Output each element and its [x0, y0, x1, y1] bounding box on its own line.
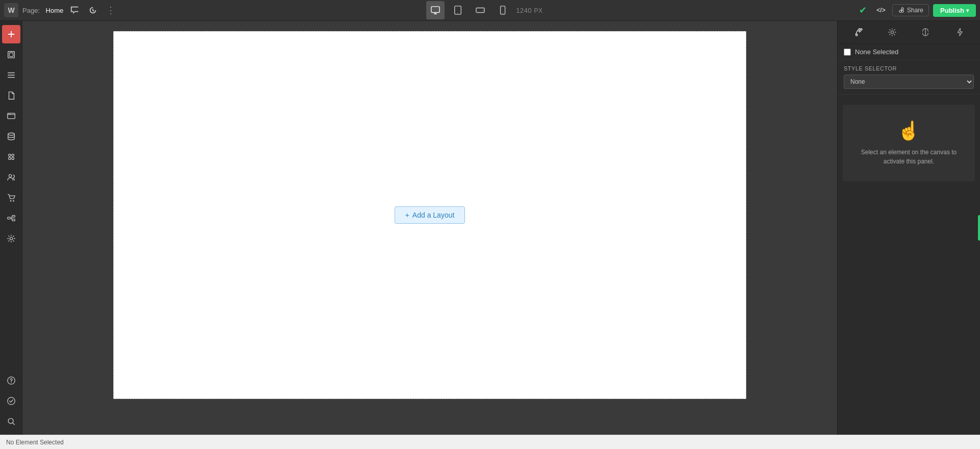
svg-point-25	[11, 382, 11, 383]
pages-btn[interactable]	[2, 86, 20, 105]
svg-point-14	[11, 154, 14, 157]
svg-point-26	[7, 397, 14, 405]
page-label: Page: Home	[22, 7, 63, 14]
style-selector-label: Style selector	[844, 65, 974, 72]
svg-rect-22	[12, 219, 14, 221]
left-sidebar	[0, 21, 22, 435]
topbar-more-dots[interactable]: ⋮	[104, 5, 117, 16]
right-sidebar: None Selected Style selector None ☝ Sele…	[837, 21, 980, 435]
landscape-device-btn[interactable]	[471, 1, 489, 19]
desktop-device-btn[interactable]	[426, 1, 445, 19]
svg-point-16	[11, 157, 14, 160]
svg-point-11	[10, 113, 10, 114]
none-selected-checkbox[interactable]	[844, 49, 851, 56]
status-bar: No Element Selected	[0, 435, 980, 449]
site-settings-btn[interactable]	[2, 229, 20, 248]
svg-point-2	[457, 13, 458, 13]
lightning-tab-btn[interactable]	[950, 24, 968, 40]
svg-point-12	[8, 133, 14, 135]
canvas-frame[interactable]: + Add a Layout	[113, 31, 746, 399]
add-element-btn[interactable]	[2, 25, 20, 43]
svg-point-18	[10, 200, 11, 202]
topbar-center: 1240 PX	[426, 1, 543, 19]
style-selector-dropdown[interactable]: None	[844, 75, 974, 89]
svg-point-15	[8, 157, 11, 160]
logo: W	[4, 3, 18, 17]
activate-text: Select an element on the canvas to activ…	[853, 148, 965, 166]
search-btn[interactable]	[2, 412, 20, 431]
style-tab-btn[interactable]	[849, 24, 868, 40]
right-sidebar-tabs	[838, 21, 980, 44]
ecommerce-btn[interactable]	[2, 188, 20, 207]
svg-point-10	[8, 113, 9, 114]
svg-point-28	[891, 31, 893, 33]
apps-btn[interactable]	[2, 148, 20, 166]
main-area: + Add a Layout None Selected Sty	[0, 21, 980, 435]
hand-pointer-icon: ☝	[897, 120, 920, 141]
green-check-btn[interactable]: ✔	[855, 3, 870, 17]
svg-rect-7	[8, 52, 14, 58]
publish-label: Publish	[940, 7, 964, 14]
interactions-tab-btn[interactable]	[916, 24, 935, 40]
settings-tab-btn[interactable]	[883, 24, 901, 40]
menu-btn[interactable]	[2, 66, 20, 84]
svg-point-23	[10, 237, 12, 240]
svg-rect-20	[7, 217, 10, 219]
sidebar-bottom	[2, 371, 20, 431]
add-layout-btn[interactable]: + Add a Layout	[395, 206, 465, 224]
svg-rect-8	[9, 53, 13, 56]
help-btn[interactable]	[2, 371, 20, 390]
chat-btn[interactable]	[67, 3, 82, 17]
activate-panel: ☝ Select an element on the canvas to act…	[843, 105, 975, 181]
share-btn[interactable]: Share	[892, 4, 929, 16]
users-btn[interactable]	[2, 168, 20, 186]
add-layout-plus-icon: +	[405, 211, 409, 219]
svg-rect-0	[431, 7, 439, 13]
stack-btn[interactable]	[2, 127, 20, 146]
svg-point-17	[9, 175, 11, 177]
svg-point-13	[8, 154, 11, 157]
canvas-area[interactable]: + Add a Layout	[22, 21, 837, 435]
svg-point-6	[502, 13, 503, 13]
tasks-btn[interactable]	[2, 392, 20, 410]
svg-point-19	[13, 200, 14, 202]
mobile-device-btn[interactable]	[494, 1, 512, 19]
style-selector-section: Style selector None	[838, 60, 980, 94]
none-selected-label: None Selected	[855, 48, 898, 56]
integrations-btn[interactable]	[2, 209, 20, 227]
code-editor-btn[interactable]: </>	[874, 3, 888, 17]
add-layout-label: Add a Layout	[412, 211, 455, 219]
green-side-tab[interactable]	[978, 215, 980, 241]
svg-point-4	[483, 10, 483, 10]
svg-rect-21	[12, 216, 14, 218]
topbar-right: ✔ </> Share Publish ▾	[855, 3, 976, 17]
publish-btn[interactable]: Publish ▾	[933, 4, 976, 17]
history-btn[interactable]	[86, 3, 100, 17]
topbar: W Page: Home ⋮ 1240 PX ✔ </> Share	[0, 0, 980, 21]
status-text: No Element Selected	[6, 439, 64, 446]
share-label: Share	[907, 7, 923, 14]
right-panel-header: None Selected	[838, 44, 980, 60]
tablet-device-btn[interactable]	[449, 1, 467, 19]
resolution-display: 1240 PX	[516, 7, 543, 14]
media-btn[interactable]	[2, 107, 20, 125]
layers-btn[interactable]	[2, 45, 20, 64]
